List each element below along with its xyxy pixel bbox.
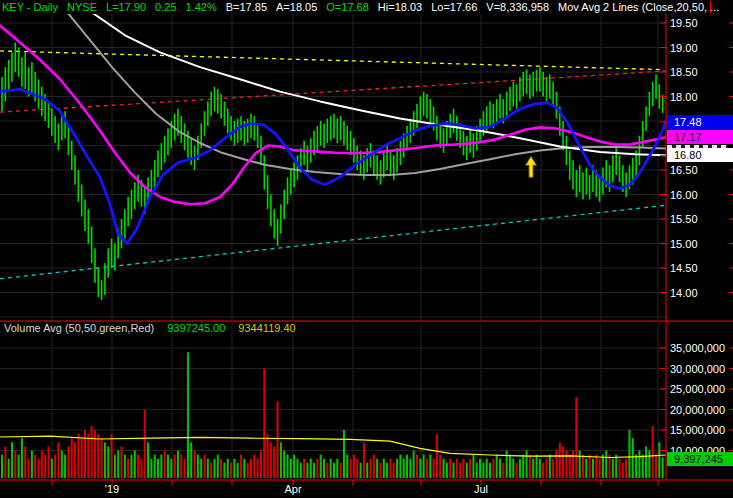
price-bar [652,82,654,107]
volume-bar [177,451,179,479]
volume-bar [273,446,275,478]
price-bar [572,160,574,189]
volume-bar [330,459,332,478]
price-axis-label: 16.00 [670,189,698,201]
volume-bar [197,455,199,478]
price-bar [8,60,10,92]
volume-bar [277,401,279,478]
price-bar [466,136,468,161]
volume-bar [489,463,491,478]
volume-bar [204,455,206,478]
price-axis-label: 14.50 [670,262,698,274]
volume-bar [71,438,73,478]
volume-bar [376,459,378,478]
volume-bar [84,430,86,478]
price-bar [337,119,339,144]
volume-bar [320,455,322,478]
volume-bar [180,455,182,478]
price-bar [180,116,182,143]
volume-bar [190,442,192,478]
price-bar [18,48,20,77]
volume-bar [144,410,146,479]
price-bar [94,248,96,282]
volume-bar [237,463,239,478]
price-bar [552,82,554,107]
price-bar [297,155,299,180]
price-bar [536,70,538,92]
volume-bar [423,455,425,478]
price-bar [320,121,322,146]
volume-axis-label: 15,000,000 [670,424,725,436]
volume-bar [479,459,481,478]
volume-bar [645,446,647,478]
header-field: B=17.85 [226,1,267,13]
price-bar [420,97,422,122]
header-field: Mov Avg 2 Lines (Close,20,50, ... [558,1,719,13]
price-bar [214,87,216,112]
volume-bar [655,455,657,478]
volume-bar [134,451,136,479]
price-bar [519,77,521,102]
volume-bar [609,455,611,478]
price-bar [167,128,169,155]
price-chart-canvas[interactable] [0,0,733,498]
volume-bar [300,463,302,478]
price-bar [400,141,402,166]
volume-bar [306,463,308,478]
volume-bar [628,430,630,478]
volume-bar [210,463,212,478]
price-bar [107,248,109,277]
price-bar [330,116,332,141]
volume-bar [559,442,561,478]
volume-bar [97,434,99,478]
price-bar [217,89,219,114]
volume-bar [512,459,514,478]
volume-bar [67,446,69,478]
volume-bar [233,459,235,478]
volume-bar [545,459,547,478]
price-bar [54,116,56,143]
volume-bar [393,463,395,478]
volume-bar [436,434,438,478]
price-bar [131,190,133,219]
volume-bar [323,459,325,478]
channel-red-dashed [0,71,666,112]
volume-bar [549,455,551,478]
volume-bar [18,455,20,478]
price-bar [612,155,614,182]
volume-bar [363,442,365,478]
volume-bar [419,459,421,478]
price-bar [111,239,113,268]
price-bar [11,52,13,81]
volume-bar [529,455,531,478]
price-bar [539,67,541,92]
header-field: A=18.05 [276,1,317,13]
volume-bar [87,434,89,478]
volume-bar [662,457,664,478]
price-bar [639,136,641,165]
volume-bar [194,451,196,479]
price-bar [423,92,425,117]
volume-bar [492,459,494,478]
volume-bar [303,459,305,478]
volume-bar [469,459,471,478]
volume-bar [34,455,36,478]
price-bar [154,160,156,187]
volume-bar [21,438,23,478]
price-bar [101,280,103,300]
volume-bar [496,455,498,478]
price-bar [68,126,70,155]
volume-bar [625,459,627,478]
volume-avg1-value: 9397245.00 [167,322,225,334]
price-bar [220,94,222,119]
price-bar [97,268,99,297]
price-bar [619,155,621,182]
volume-indicator-label: Volume Avg (50,50,green,Red) [4,322,154,334]
volume-bar [313,463,315,478]
price-bar [51,109,53,136]
up-arrow-annotation [526,156,537,177]
volume-bar [247,463,249,478]
ma20-last-value-label: 17.48 [667,115,733,129]
volume-bar [453,463,455,478]
volume-bar [396,459,398,478]
